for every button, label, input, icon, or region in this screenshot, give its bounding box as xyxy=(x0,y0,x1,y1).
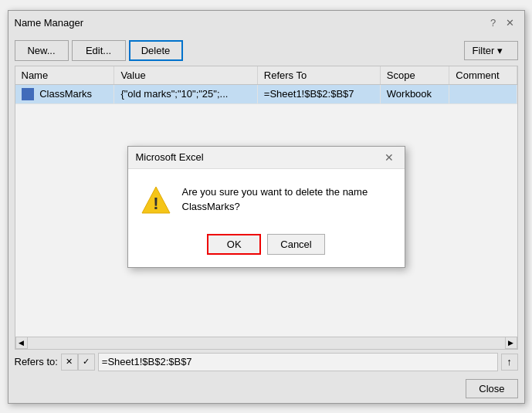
ok-button[interactable]: OK xyxy=(207,234,261,255)
modal-title: Microsoft Excel xyxy=(136,151,204,163)
modal-body: ! Are you sure you want to delete the na… xyxy=(128,169,405,228)
modal-message: Are you sure you want to delete the name… xyxy=(182,185,392,213)
modal-footer: OK Cancel xyxy=(128,228,405,267)
modal-close-button[interactable]: ✕ xyxy=(381,151,397,164)
warning-icon: ! xyxy=(141,184,171,215)
modal-title-bar: Microsoft Excel ✕ xyxy=(128,147,405,169)
excel-confirm-dialog: Microsoft Excel ✕ ! Are you sure you wan… xyxy=(127,146,405,268)
name-manager-window: Name Manager ? ✕ New... Edit... Delete F… xyxy=(8,10,525,404)
cancel-button[interactable]: Cancel xyxy=(267,234,324,255)
modal-overlay: Microsoft Excel ✕ ! Are you sure you wan… xyxy=(8,11,524,403)
svg-text:!: ! xyxy=(153,194,158,213)
